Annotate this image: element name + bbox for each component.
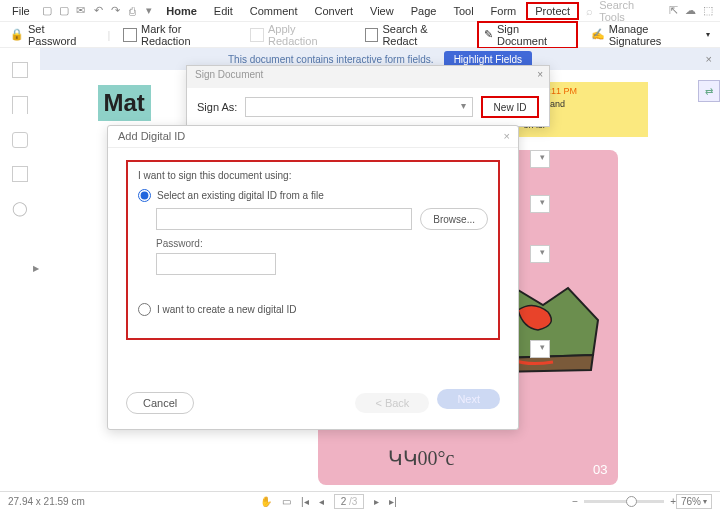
field-dropdown-3[interactable] (530, 245, 550, 263)
hand-tool-icon[interactable]: ✋ (260, 496, 272, 507)
sign-document-button[interactable]: ✎Sign Document (477, 21, 578, 49)
total-pages: /3 (349, 496, 357, 507)
menu-page[interactable]: Page (404, 2, 444, 20)
search-redact-button[interactable]: Search & Redact (360, 21, 469, 49)
browse-button[interactable]: Browse... (420, 208, 488, 230)
menubar: File ▢ ▢ ✉ ↶ ↷ ⎙ ▾ Home Edit Comment Con… (0, 0, 720, 22)
page-number: 03 (593, 462, 607, 477)
option-existing-id[interactable]: Select an existing digital ID from a fil… (138, 189, 488, 202)
last-page-icon[interactable]: ▸| (389, 496, 397, 507)
add-id-close-icon[interactable]: × (504, 130, 510, 142)
id-options-group: I want to sign this document using: Sele… (126, 160, 500, 340)
search-tools-input[interactable]: Search Tools (599, 0, 661, 23)
bookmark-icon[interactable] (12, 96, 28, 114)
strip-message: This document contains interactive form … (228, 54, 434, 65)
menu-form[interactable]: Form (484, 2, 524, 20)
strip-close-icon[interactable]: × (706, 53, 712, 65)
sign-as-select[interactable] (245, 97, 473, 117)
cloud-icon[interactable]: ☁ (684, 3, 698, 19)
modal-footer: Cancel < Back Next (126, 389, 500, 417)
attachment-icon[interactable] (12, 166, 28, 182)
menu-file[interactable]: File (5, 2, 37, 20)
menu-comment[interactable]: Comment (243, 2, 305, 20)
add-id-header: Add Digital ID × (108, 126, 518, 148)
menu-tool[interactable]: Tool (446, 2, 480, 20)
redo-icon[interactable]: ↷ (108, 3, 122, 19)
sign-modal-close-icon[interactable]: × (537, 69, 543, 80)
zoom-out-icon[interactable]: − (572, 496, 578, 507)
apply-redaction-button: Apply Redaction (245, 21, 351, 49)
sign-document-modal: Sign Document × Sign As: New ID (186, 65, 550, 127)
sign-icon: ✎ (484, 28, 493, 41)
undo-icon[interactable]: ↶ (91, 3, 105, 19)
field-dropdown-4[interactable] (530, 340, 550, 358)
share-icon[interactable]: ⇱ (667, 3, 681, 19)
protect-toolbar: 🔒Set Password | Mark for Redaction Apply… (0, 22, 720, 48)
print-icon[interactable]: ⎙ (125, 3, 139, 19)
open-icon[interactable]: ▢ (40, 3, 54, 19)
menu-convert[interactable]: Convert (308, 2, 361, 20)
redaction-icon (123, 28, 137, 42)
current-page-input[interactable]: 2 (341, 496, 347, 507)
apply-redaction-icon (250, 28, 264, 42)
set-password-button[interactable]: 🔒Set Password (5, 21, 99, 49)
status-bar: 27.94 x 21.59 cm ✋ ▭ |◂ ◂ 2 /3 ▸ ▸| − + … (0, 491, 720, 511)
page-title-fragment: Mat (98, 85, 151, 121)
prev-page-icon[interactable]: ◂ (319, 496, 324, 507)
search-panel-icon[interactable]: ◯ (12, 200, 28, 216)
next-page-icon[interactable]: ▸ (374, 496, 379, 507)
search-redact-icon (365, 28, 379, 42)
sign-as-label: Sign As: (197, 101, 237, 113)
comment-panel-icon[interactable] (12, 132, 28, 148)
expand-sidebar-icon[interactable]: ▶ (33, 264, 39, 273)
field-dropdown-1[interactable] (530, 150, 550, 168)
new-id-button[interactable]: New ID (481, 96, 539, 118)
sign-modal-header: Sign Document × (187, 66, 549, 88)
save-icon[interactable]: ▢ (57, 3, 71, 19)
id-file-input[interactable] (156, 208, 412, 230)
dropdown-icon[interactable]: ▾ (142, 3, 156, 19)
radio-existing[interactable] (138, 189, 151, 202)
menu-edit[interactable]: Edit (207, 2, 240, 20)
search-icon: ⌕ (582, 3, 596, 19)
menu-home[interactable]: Home (159, 2, 204, 20)
field-dropdown-2[interactable] (530, 195, 550, 213)
next-button[interactable]: Next (437, 389, 500, 409)
more-icon[interactable]: ⬚ (701, 3, 715, 19)
password-label: Password: (156, 238, 203, 249)
zoom-slider[interactable] (584, 500, 664, 503)
manage-signatures-button[interactable]: ✍Manage Signatures▾ (586, 21, 715, 49)
id-prompt: I want to sign this document using: (138, 170, 488, 181)
password-input[interactable] (156, 253, 276, 275)
signature-icon: ✍ (591, 28, 605, 41)
add-digital-id-modal: Add Digital ID × I want to sign this doc… (107, 125, 519, 430)
first-page-icon[interactable]: |◂ (301, 496, 309, 507)
menu-view[interactable]: View (363, 2, 401, 20)
thumbnails-icon[interactable] (12, 62, 28, 78)
zoom-select[interactable]: 76%▾ (676, 494, 712, 509)
page-dimensions: 27.94 x 21.59 cm (8, 496, 85, 507)
option-new-id[interactable]: I want to create a new digital ID (138, 303, 488, 316)
menu-protect[interactable]: Protect (526, 2, 579, 20)
radio-new[interactable] (138, 303, 151, 316)
mail-icon[interactable]: ✉ (74, 3, 88, 19)
right-panel-toggle[interactable]: ⇄ (698, 80, 720, 102)
lock-icon: 🔒 (10, 28, 24, 41)
select-tool-icon[interactable]: ▭ (282, 496, 291, 507)
cancel-button[interactable]: Cancel (126, 392, 194, 414)
page-navigator: ✋ ▭ |◂ ◂ 2 /3 ▸ ▸| (260, 494, 397, 509)
back-button: < Back (355, 393, 429, 413)
temperature-text: ԿԿ00°c (388, 446, 455, 470)
mark-redaction-button[interactable]: Mark for Redaction (118, 21, 237, 49)
chevron-down-icon: ▾ (706, 30, 710, 39)
